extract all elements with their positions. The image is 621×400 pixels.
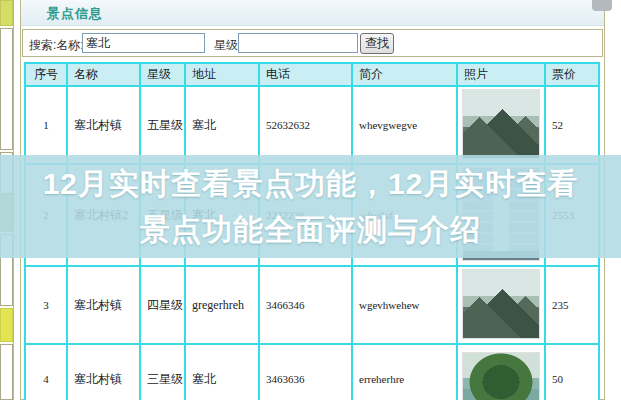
- cell-photo: [457, 344, 545, 400]
- cell-intro: erreherhre: [352, 344, 457, 400]
- header-phone: 电话: [259, 63, 352, 86]
- cell-index: 1: [25, 86, 67, 164]
- cell-price: 50: [545, 344, 599, 400]
- cell-name: 塞北村镇: [67, 344, 140, 400]
- sidebar-block[interactable]: [0, 344, 13, 400]
- mountain-lake-photo[interactable]: [462, 269, 540, 339]
- header-index: 序号: [25, 63, 67, 86]
- table-header-row: 序号 名称 星级 地址 电话 简介 照片 票价: [25, 63, 599, 86]
- cell-photo: [457, 266, 545, 344]
- page-title: 景点信息: [47, 5, 103, 23]
- cell-photo: [457, 86, 545, 164]
- sidebar-block[interactable]: [0, 0, 13, 26]
- search-name-label: 搜索:名称:: [29, 37, 84, 54]
- cell-name: 塞北村镇: [67, 266, 140, 344]
- sidebar-block[interactable]: [0, 308, 13, 342]
- cell-star: 三星级: [140, 344, 185, 400]
- cell-price: 52: [545, 86, 599, 164]
- cell-name: 塞北村镇: [67, 86, 140, 164]
- cell-intro: wgevhwehew: [352, 266, 457, 344]
- cell-address: 塞北: [185, 86, 259, 164]
- header-star: 星级: [140, 63, 185, 86]
- cell-price: 235: [545, 266, 599, 344]
- search-star-label: 星级: [214, 37, 238, 54]
- scrollbar-artifact: [592, 0, 612, 11]
- cell-address: gregerhreh: [185, 266, 259, 344]
- cell-star: 四星级: [140, 266, 185, 344]
- cell-phone: 3466346: [259, 266, 352, 344]
- promo-banner-overlay: 12月实时查看景点功能，12月实时查看 景点功能全面评测与介绍: [0, 155, 621, 258]
- page: 景点信息 搜索:名称: 星级 查找 序号 名称 星级 地址 电话: [0, 0, 621, 400]
- search-button[interactable]: 查找: [360, 33, 394, 54]
- cell-intro: whevgwegve: [352, 86, 457, 164]
- cell-phone: 52632632: [259, 86, 352, 164]
- header-photo: 照片: [457, 63, 545, 86]
- header-address: 地址: [185, 63, 259, 86]
- cell-index: 3: [25, 266, 67, 344]
- header-name: 名称: [67, 63, 140, 86]
- table-row: 4 塞北村镇 三星级 塞北 3463636 erreherhre 50: [25, 344, 599, 400]
- table-row: 3 塞北村镇 四星级 gregerhreh 3466346 wgevhwehew…: [25, 266, 599, 344]
- cell-phone: 3463636: [259, 344, 352, 400]
- promo-banner-line1: 12月实时查看景点功能，12月实时查看: [43, 161, 579, 207]
- cell-address: 塞北: [185, 344, 259, 400]
- header-intro: 简介: [352, 63, 457, 86]
- search-star-input[interactable]: [238, 33, 358, 53]
- table-row: 1 塞北村镇 五星级 塞北 52632632 whevgwegve 52: [25, 86, 599, 164]
- promo-banner-line2: 景点功能全面评测与介绍: [140, 207, 481, 253]
- mountain-lake-photo[interactable]: [462, 89, 540, 159]
- search-bar: 搜索:名称: 星级 查找: [22, 29, 603, 57]
- cell-star: 五星级: [140, 86, 185, 164]
- title-bar: 景点信息: [21, 0, 604, 26]
- search-name-input[interactable]: [82, 33, 205, 53]
- header-price: 票价: [545, 63, 599, 86]
- island-photo[interactable]: [462, 352, 540, 400]
- sidebar-block[interactable]: [0, 28, 13, 150]
- cell-index: 4: [25, 344, 67, 400]
